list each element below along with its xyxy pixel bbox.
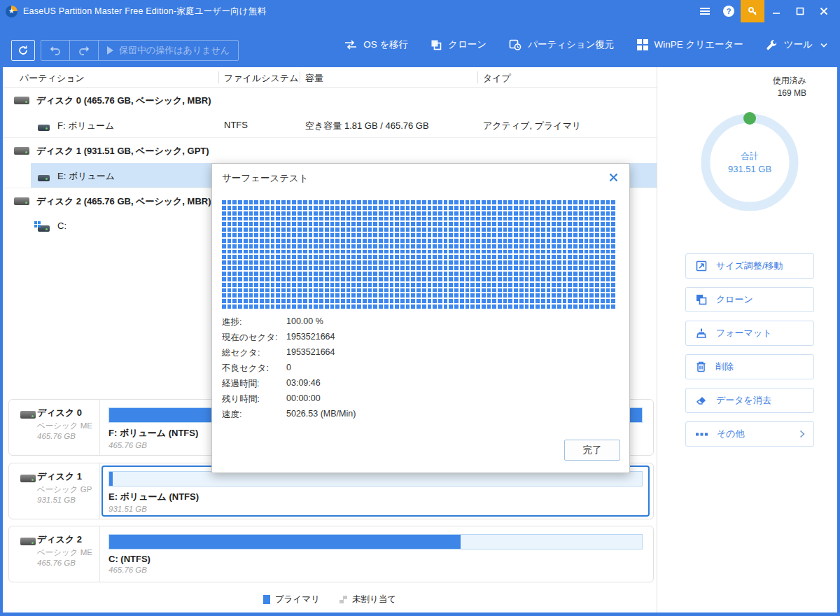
sector-cell [287, 299, 291, 303]
partition-size: 465.76 GB [108, 566, 643, 574]
sector-cell [563, 233, 567, 237]
license-key-icon[interactable] [741, 0, 764, 22]
total-size-value: 931.51 GB [728, 164, 771, 174]
sector-cell [541, 299, 545, 303]
sector-cell [244, 206, 248, 210]
sector-cell [433, 260, 437, 265]
sector-cell [330, 239, 335, 243]
sector-cell [325, 244, 329, 248]
sector-cell [552, 222, 556, 226]
sector-cell [525, 288, 529, 293]
sector-cell [281, 277, 286, 281]
sector-cell [460, 255, 464, 259]
sector-cell [319, 277, 323, 281]
sector-cell [400, 255, 405, 259]
menu-icon[interactable] [693, 0, 717, 22]
maximize-button[interactable] [788, 0, 812, 22]
done-button[interactable]: 完了 [564, 440, 620, 461]
sector-cell [428, 255, 432, 259]
sector-cell [460, 277, 464, 281]
disk-panel-2[interactable]: ディスク 2 ベーシック ME 465.76 GB C: (NTFS) 465.… [8, 526, 654, 582]
sector-cell [454, 283, 458, 287]
wipe-data-button[interactable]: データを消去 [685, 388, 814, 413]
sector-cell [606, 244, 610, 248]
sector-cell [525, 227, 529, 232]
sector-cell [276, 288, 280, 293]
help-icon[interactable]: ? [717, 0, 741, 22]
more-button[interactable]: その他 [685, 421, 814, 447]
table-row-disk1[interactable]: ディスク 1 (931.51 GB, ベーシック, GPT) [3, 138, 657, 163]
pending-operations-button[interactable]: 保留中の操作はありません [98, 41, 238, 60]
table-row-volume-f[interactable]: F: ボリューム NTFS 空き容量 1.81 GB / 465.76 GB ア… [3, 113, 657, 138]
undo-button[interactable] [41, 41, 69, 60]
sector-cell [422, 288, 426, 293]
sector-cell [470, 239, 475, 243]
sector-cell [595, 233, 599, 237]
sector-cell [373, 222, 377, 226]
sector-cell [411, 272, 415, 276]
disk-detail: (465.76 GB, ベーシック, MBR) [84, 95, 211, 106]
redo-button[interactable] [69, 41, 98, 60]
table-row-disk0[interactable]: ディスク 0 (465.76 GB, ベーシック, MBR) [3, 88, 657, 113]
nav-migrate-os[interactable]: OS を移行 [344, 38, 408, 51]
sector-cell [460, 211, 464, 216]
sector-cell [335, 277, 340, 281]
sector-cell [227, 293, 232, 298]
nav-clone[interactable]: クローン [430, 38, 486, 51]
sector-cell [406, 239, 410, 243]
sector-cell [325, 283, 329, 287]
sector-cell [552, 217, 556, 221]
sector-cell [503, 283, 507, 287]
nav-winpe-creator[interactable]: WinPE クリエーター [637, 38, 743, 51]
resize-icon [696, 260, 707, 272]
partition-block[interactable]: C: (NTFS) 465.76 GB [102, 528, 650, 580]
sector-cell [222, 200, 226, 204]
sector-cell [416, 222, 421, 226]
sector-cell [589, 239, 594, 243]
format-button[interactable]: フォーマット [685, 321, 814, 346]
sector-cell [346, 293, 351, 298]
sector-cell [341, 233, 345, 237]
dialog-close-icon[interactable] [606, 169, 621, 185]
sector-cell [584, 304, 589, 309]
sector-cell [319, 227, 323, 232]
sector-cell [433, 277, 437, 281]
resize-move-button[interactable]: サイズ調整/移動 [685, 253, 814, 279]
sector-cell [552, 277, 556, 281]
refresh-button[interactable] [11, 40, 35, 61]
sector-cell [400, 304, 405, 309]
sector-cell [444, 250, 448, 254]
sector-cell [536, 239, 540, 243]
sector-cell [601, 304, 605, 309]
sector-cell [260, 299, 264, 303]
sector-cell [568, 239, 572, 243]
sector-cell [254, 260, 258, 265]
sector-cell [357, 288, 361, 293]
sector-cell [292, 211, 296, 216]
sector-cell [470, 288, 475, 293]
sector-cell [422, 266, 426, 270]
sector-cell [552, 288, 556, 293]
clone-button[interactable]: クローン [685, 287, 814, 312]
sector-cell [568, 283, 572, 287]
sector-cell [281, 272, 286, 276]
nav-partition-recovery[interactable]: パーティション復元 [509, 38, 614, 51]
close-button[interactable] [812, 0, 836, 22]
col-partition: パーティション [20, 72, 85, 85]
sector-cell [292, 227, 296, 232]
sector-cell [470, 222, 475, 226]
sector-cell [606, 260, 610, 265]
minimize-button[interactable] [764, 0, 788, 22]
sector-cell [514, 299, 518, 303]
sector-cell [579, 200, 583, 204]
sector-cell [335, 255, 340, 259]
sector-cell [525, 272, 529, 276]
sector-cell [547, 244, 551, 248]
sector-cell [584, 211, 589, 216]
sector-cell [335, 272, 340, 276]
sector-cell [346, 244, 351, 248]
sector-cell [438, 266, 442, 270]
delete-button[interactable]: 削除 [685, 354, 814, 379]
nav-tools[interactable]: ツール [766, 38, 827, 51]
sector-cell [254, 200, 258, 204]
